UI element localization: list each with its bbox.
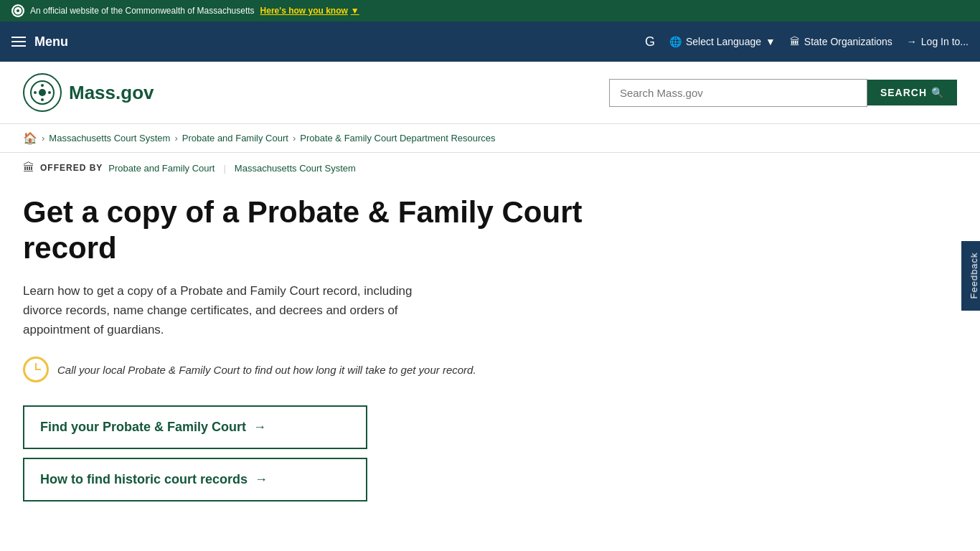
find-court-card-text: Find your Probate & Family Court <box>40 420 246 435</box>
building-icon: 🏛 <box>790 36 800 47</box>
heres-how-you-know-link[interactable]: Here's how you know ▼ <box>260 6 359 16</box>
page-title: Get a copy of a Probate & Family Court r… <box>23 194 623 267</box>
nav-left: Menu <box>11 34 68 50</box>
gov-banner-text: An official website of the Commonwealth … <box>30 6 255 16</box>
google-translate-icon: G <box>645 34 655 50</box>
search-icon: 🔍 <box>931 87 944 98</box>
login-button[interactable]: → Log In to... <box>907 36 969 47</box>
ma-court-system-link[interactable]: Massachusetts Court System <box>235 163 356 174</box>
search-area: SEARCH 🔍 <box>609 79 957 107</box>
breadcrumb-ma-court-link[interactable]: Massachusetts Court System <box>49 133 170 143</box>
historic-records-arrow-icon: → <box>255 472 268 487</box>
breadcrumb: 🏠 › Massachusetts Court System › Probate… <box>0 124 980 153</box>
offered-by-label: OFFERED BY <box>40 163 103 173</box>
breadcrumb-dept-resources-link[interactable]: Probate & Family Court Department Resour… <box>300 133 495 143</box>
breadcrumb-home-link[interactable]: 🏠 <box>23 131 37 145</box>
find-court-card[interactable]: Find your Probate & Family Court → <box>23 405 367 449</box>
ma-seal <box>11 4 24 17</box>
login-icon: → <box>907 36 917 47</box>
gov-banner: An official website of the Commonwealth … <box>0 0 980 22</box>
page-description: Learn how to get a copy of a Probate and… <box>23 281 453 340</box>
hamburger-icon <box>11 37 26 47</box>
search-button[interactable]: SEARCH 🔍 <box>867 80 957 105</box>
svg-point-3 <box>39 89 46 96</box>
historic-records-card[interactable]: How to find historic court records → <box>23 458 367 501</box>
probate-court-link[interactable]: Probate and Family Court <box>108 163 215 174</box>
globe-icon: 🌐 <box>669 36 682 47</box>
svg-point-6 <box>34 91 37 94</box>
search-input[interactable] <box>609 79 867 107</box>
clock-icon <box>23 357 49 382</box>
svg-point-7 <box>48 91 51 94</box>
breadcrumb-sep-1: › <box>42 133 44 143</box>
time-notice-text: Call your local Probate & Family Court t… <box>57 364 476 376</box>
dropdown-chevron-icon: ▼ <box>351 6 359 16</box>
main-nav: Menu G 🌐 Select Language ▼ 🏛 State Organ… <box>0 22 980 62</box>
logo-area: Mass.gov <box>23 73 154 112</box>
building-small-icon: 🏛 <box>23 161 34 174</box>
menu-label: Menu <box>34 34 68 50</box>
language-chevron-icon: ▼ <box>765 36 776 47</box>
site-header: Mass.gov SEARCH 🔍 <box>0 62 980 124</box>
select-language-button[interactable]: 🌐 Select Language ▼ <box>669 36 776 47</box>
find-court-arrow-icon: → <box>253 420 266 435</box>
svg-point-4 <box>41 84 44 87</box>
svg-point-5 <box>41 98 44 101</box>
time-notice: Call your local Probate & Family Court t… <box>23 357 623 382</box>
main-content: Get a copy of a Probate & Family Court r… <box>0 183 646 524</box>
action-cards: Find your Probate & Family Court → How t… <box>23 405 623 501</box>
offered-by-sep: | <box>223 163 225 174</box>
state-organizations-button[interactable]: 🏛 State Organizations <box>790 36 892 47</box>
menu-button[interactable]: Menu <box>11 34 68 50</box>
nav-right: G 🌐 Select Language ▼ 🏛 State Organizati… <box>645 34 969 50</box>
offered-by-section: 🏛 OFFERED BY Probate and Family Court | … <box>0 153 980 183</box>
breadcrumb-sep-2: › <box>174 133 177 143</box>
mass-gov-logo-text[interactable]: Mass.gov <box>69 82 154 104</box>
svg-point-1 <box>17 9 19 12</box>
mass-seal-logo <box>23 73 62 112</box>
breadcrumb-sep-3: › <box>293 133 296 143</box>
historic-records-card-text: How to find historic court records <box>40 472 248 487</box>
breadcrumb-probate-court-link[interactable]: Probate and Family Court <box>182 133 288 143</box>
feedback-tab[interactable]: Feedback <box>961 240 980 310</box>
